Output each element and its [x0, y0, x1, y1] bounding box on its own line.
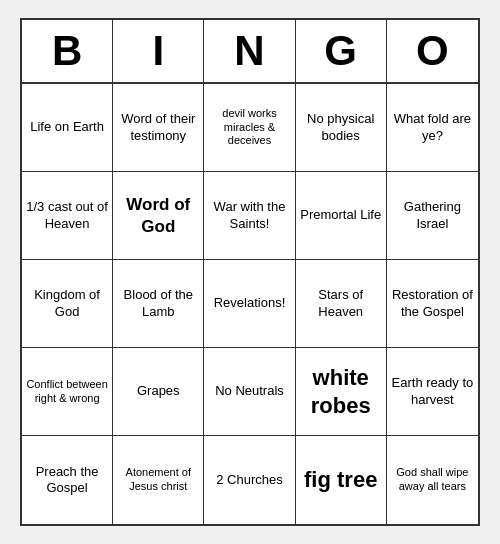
- bingo-cell-19: Earth ready to harvest: [387, 348, 478, 436]
- bingo-cell-20: Preach the Gospel: [22, 436, 113, 524]
- bingo-cell-0: Life on Earth: [22, 84, 113, 172]
- bingo-letter-g: G: [296, 20, 387, 82]
- bingo-cell-24: God shall wipe away all tears: [387, 436, 478, 524]
- bingo-cell-13: Stars of Heaven: [296, 260, 387, 348]
- bingo-cell-8: Premortal Life: [296, 172, 387, 260]
- bingo-cell-17: No Neutrals: [204, 348, 295, 436]
- bingo-cell-15: Conflict between right & wrong: [22, 348, 113, 436]
- bingo-cell-2: devil works miracles & deceives: [204, 84, 295, 172]
- bingo-letter-b: B: [22, 20, 113, 82]
- bingo-cell-18: white robes: [296, 348, 387, 436]
- bingo-cell-7: War with the Saints!: [204, 172, 295, 260]
- bingo-cell-1: Word of their testimony: [113, 84, 204, 172]
- bingo-cell-22: 2 Churches: [204, 436, 295, 524]
- bingo-grid: Life on EarthWord of their testimonydevi…: [22, 84, 478, 524]
- bingo-cell-4: What fold are ye?: [387, 84, 478, 172]
- bingo-cell-10: Kingdom of God: [22, 260, 113, 348]
- bingo-cell-11: Blood of the Lamb: [113, 260, 204, 348]
- bingo-cell-9: Gathering Israel: [387, 172, 478, 260]
- bingo-cell-6: Word of God: [113, 172, 204, 260]
- bingo-card: BINGO Life on EarthWord of their testimo…: [20, 18, 480, 526]
- bingo-cell-5: 1/3 cast out of Heaven: [22, 172, 113, 260]
- bingo-cell-21: Atonement of Jesus christ: [113, 436, 204, 524]
- bingo-cell-3: No physical bodies: [296, 84, 387, 172]
- bingo-letter-i: I: [113, 20, 204, 82]
- bingo-letter-n: N: [204, 20, 295, 82]
- bingo-cell-12: Revelations!: [204, 260, 295, 348]
- bingo-cell-16: Grapes: [113, 348, 204, 436]
- bingo-letter-o: O: [387, 20, 478, 82]
- bingo-header: BINGO: [22, 20, 478, 84]
- bingo-cell-23: fig tree: [296, 436, 387, 524]
- bingo-cell-14: Restoration of the Gospel: [387, 260, 478, 348]
